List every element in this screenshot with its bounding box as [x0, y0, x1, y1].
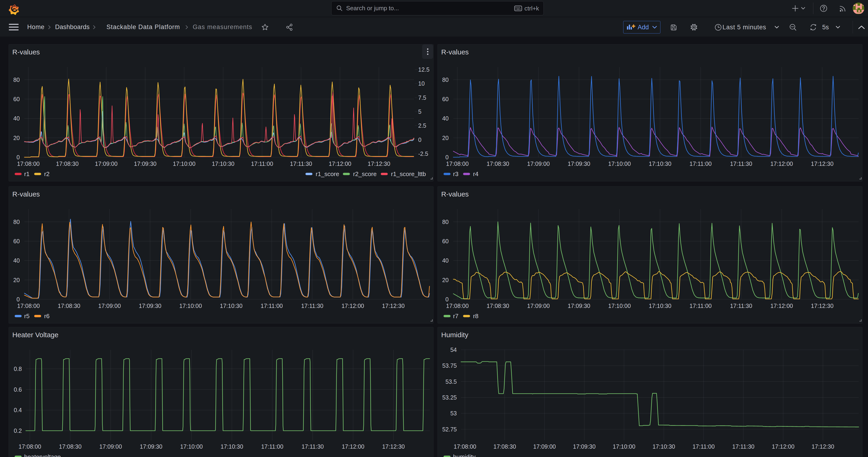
- svg-text:17:08:00: 17:08:00: [17, 160, 39, 167]
- svg-text:17:11:30: 17:11:30: [301, 303, 323, 309]
- svg-text:17:08:30: 17:08:30: [58, 303, 80, 309]
- svg-text:17:11:30: 17:11:30: [730, 160, 752, 167]
- svg-text:0.8: 0.8: [14, 366, 22, 372]
- svg-text:40: 40: [13, 257, 20, 264]
- svg-text:17:08:30: 17:08:30: [59, 443, 82, 450]
- svg-text:17:09:30: 17:09:30: [140, 443, 162, 450]
- svg-text:17:08:30: 17:08:30: [487, 160, 509, 167]
- svg-text:17:11:00: 17:11:00: [689, 303, 712, 309]
- svg-text:17:09:30: 17:09:30: [573, 443, 595, 450]
- svg-text:17:10:00: 17:10:00: [179, 303, 202, 309]
- svg-text:17:08:30: 17:08:30: [56, 160, 79, 167]
- svg-text:60: 60: [13, 96, 20, 102]
- svg-text:R-values: R-values: [441, 48, 469, 56]
- svg-text:heatervoltage: heatervoltage: [24, 453, 61, 457]
- svg-text:20: 20: [13, 277, 20, 283]
- svg-text:17:08:00: 17:08:00: [19, 443, 41, 450]
- svg-text:53.5: 53.5: [445, 378, 457, 385]
- svg-text:17:09:30: 17:09:30: [139, 303, 161, 309]
- svg-text:r4: r4: [473, 171, 478, 178]
- svg-text:humidity: humidity: [453, 453, 475, 457]
- svg-text:17:12:00: 17:12:00: [770, 160, 793, 167]
- svg-text:r6: r6: [44, 312, 50, 319]
- svg-text:-2.5: -2.5: [418, 150, 428, 157]
- svg-text:40: 40: [13, 115, 20, 122]
- svg-text:52.75: 52.75: [442, 426, 457, 433]
- svg-text:17:11:00: 17:11:00: [260, 303, 283, 309]
- svg-text:17:09:00: 17:09:00: [533, 443, 556, 450]
- svg-text:60: 60: [442, 96, 448, 102]
- svg-text:80: 80: [13, 219, 20, 225]
- svg-text:17:10:00: 17:10:00: [608, 160, 631, 167]
- svg-text:17:10:30: 17:10:30: [220, 303, 243, 309]
- svg-text:17:10:00: 17:10:00: [608, 303, 631, 309]
- svg-text:17:09:00: 17:09:00: [98, 303, 121, 309]
- svg-text:0: 0: [445, 154, 448, 160]
- svg-text:20: 20: [13, 135, 20, 141]
- svg-text:17:08:00: 17:08:00: [17, 303, 40, 309]
- svg-text:17:09:00: 17:09:00: [527, 303, 550, 309]
- svg-text:0: 0: [445, 296, 448, 303]
- svg-text:17:11:00: 17:11:00: [692, 443, 715, 450]
- svg-text:17:12:30: 17:12:30: [382, 303, 404, 309]
- svg-text:53: 53: [450, 410, 457, 417]
- svg-text:80: 80: [442, 219, 448, 225]
- svg-text:R-values: R-values: [441, 190, 469, 198]
- svg-text:r1_score_lttb: r1_score_lttb: [391, 171, 426, 178]
- svg-text:R-values: R-values: [12, 190, 40, 198]
- svg-text:0: 0: [418, 136, 422, 143]
- svg-text:17:11:30: 17:11:30: [290, 160, 312, 167]
- svg-text:12.5: 12.5: [418, 66, 430, 73]
- svg-text:20: 20: [442, 277, 448, 283]
- svg-text:r3: r3: [453, 171, 458, 178]
- svg-text:0: 0: [17, 296, 20, 303]
- svg-text:17:10:00: 17:10:00: [180, 443, 203, 450]
- svg-text:0.2: 0.2: [14, 427, 22, 434]
- svg-text:17:09:30: 17:09:30: [568, 303, 590, 309]
- svg-text:17:12:00: 17:12:00: [341, 303, 364, 309]
- svg-text:17:09:00: 17:09:00: [99, 443, 122, 450]
- svg-text:80: 80: [13, 77, 20, 83]
- svg-text:20: 20: [442, 135, 448, 141]
- svg-text:17:09:30: 17:09:30: [134, 160, 156, 167]
- svg-text:17:10:30: 17:10:30: [221, 443, 243, 450]
- svg-text:17:10:30: 17:10:30: [212, 160, 234, 167]
- svg-text:17:09:00: 17:09:00: [95, 160, 117, 167]
- svg-text:17:12:30: 17:12:30: [811, 443, 834, 450]
- svg-text:17:12:30: 17:12:30: [368, 160, 390, 167]
- svg-text:17:10:30: 17:10:30: [649, 303, 671, 309]
- svg-text:17:08:00: 17:08:00: [446, 160, 469, 167]
- svg-text:40: 40: [442, 257, 448, 264]
- svg-text:17:10:00: 17:10:00: [173, 160, 195, 167]
- svg-text:17:10:30: 17:10:30: [652, 443, 675, 450]
- svg-text:17:12:00: 17:12:00: [772, 443, 794, 450]
- svg-text:40: 40: [442, 115, 448, 122]
- svg-text:Humidity: Humidity: [441, 331, 468, 339]
- svg-text:17:11:30: 17:11:30: [732, 443, 754, 450]
- svg-text:17:08:30: 17:08:30: [494, 443, 516, 450]
- svg-text:80: 80: [442, 77, 448, 83]
- svg-text:0.4: 0.4: [14, 407, 22, 413]
- svg-text:17:08:00: 17:08:00: [454, 443, 476, 450]
- svg-text:0.6: 0.6: [14, 386, 22, 393]
- svg-text:r8: r8: [473, 312, 478, 319]
- svg-text:r5: r5: [24, 312, 30, 319]
- svg-text:r7: r7: [453, 312, 458, 319]
- svg-text:17:12:30: 17:12:30: [811, 303, 833, 309]
- svg-text:17:12:00: 17:12:00: [329, 160, 351, 167]
- svg-text:2.5: 2.5: [418, 122, 426, 129]
- svg-text:17:09:30: 17:09:30: [568, 160, 590, 167]
- svg-text:17:11:00: 17:11:00: [251, 160, 273, 167]
- svg-text:17:12:30: 17:12:30: [382, 443, 405, 450]
- svg-text:60: 60: [442, 238, 448, 244]
- svg-text:17:08:00: 17:08:00: [446, 303, 469, 309]
- svg-text:r1_score: r1_score: [316, 171, 339, 178]
- svg-text:R-values: R-values: [12, 48, 40, 56]
- svg-text:r1: r1: [24, 171, 30, 178]
- svg-text:17:08:30: 17:08:30: [487, 303, 509, 309]
- svg-text:r2: r2: [44, 171, 50, 178]
- svg-text:54: 54: [450, 346, 457, 353]
- svg-text:7.5: 7.5: [418, 94, 426, 101]
- svg-text:17:12:30: 17:12:30: [811, 160, 833, 167]
- svg-text:17:11:00: 17:11:00: [261, 443, 283, 450]
